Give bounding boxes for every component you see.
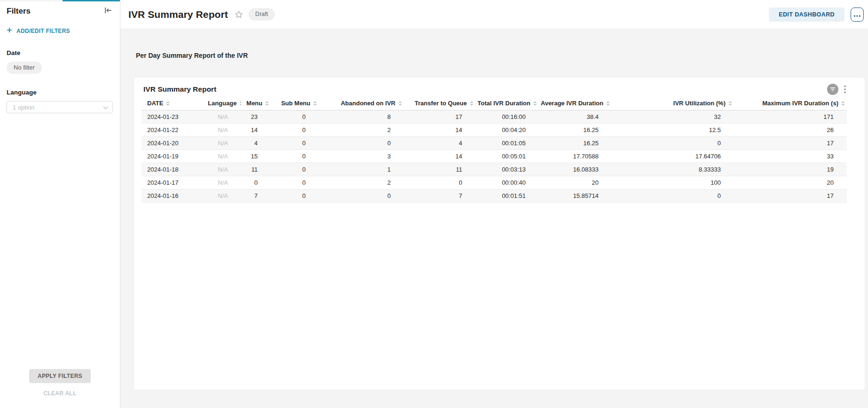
column-header-total-ivr-duration[interactable]: Total IVR Duration [475,99,539,110]
sort-icon [470,101,473,106]
column-label: Menu [246,100,262,107]
cell-transfer-to-queue: 4 [404,137,475,150]
cell-ivr-utilization: 17.64706 [612,150,734,163]
chart-card: IVR Summary Report [134,77,865,390]
table-row: 2024-01-16N/A700700:01:5115.85714017 [142,189,847,203]
column-header-average-ivr-duration[interactable]: Average IVR Duration [539,99,612,110]
cell-date: 2024-01-17 [142,176,206,189]
cell-total-ivr-duration: 00:01:05 [475,137,539,150]
cell-transfer-to-queue: 11 [404,163,475,176]
filter-label-language: Language [7,89,113,96]
cell-total-ivr-duration: 00:04:20 [475,124,539,137]
table-row: 2024-01-20N/A400400:01:0516.25017 [142,137,847,150]
cell-maximum-ivr-duration-s: 17 [734,189,847,203]
column-header-maximum-ivr-duration-s[interactable]: Maximum IVR Duration (s) [734,99,847,110]
table-row: 2024-01-18N/A11011100:03:1316.083338.333… [142,163,847,176]
cell-ivr-utilization: 100 [612,176,734,189]
clear-all-button[interactable]: CLEAR ALL [0,390,120,397]
sidebar-top-divider [0,0,120,1]
cell-date: 2024-01-18 [142,163,206,176]
dashboard-title: IVR Summary Report [128,9,228,20]
date-filter-value-pill[interactable]: No filter [7,62,42,74]
dashboard-more-button[interactable] [851,8,864,22]
cell-abandoned-on-ivr: 0 [319,189,404,203]
column-label: Total IVR Duration [478,100,530,107]
cell-menu: 11 [241,163,271,176]
cell-menu: 4 [241,137,271,150]
cell-average-ivr-duration: 17.70588 [539,150,612,163]
cell-sub-menu: 0 [271,176,319,189]
cell-sub-menu: 0 [271,163,319,176]
column-header-menu[interactable]: Menu [241,99,271,110]
cell-language: N/A [206,176,241,189]
sidebar-accent-line [63,0,120,1]
sort-icon [841,101,845,106]
cell-maximum-ivr-duration-s: 17 [734,137,847,150]
dashboard-content: Per Day Summary Report of the IVR IVR Su… [120,29,868,408]
cell-average-ivr-duration: 15.85714 [539,189,612,203]
cell-average-ivr-duration: 20 [539,176,612,189]
table-row: 2024-01-19N/A15031400:05:0117.7058817.64… [142,150,847,163]
cell-sub-menu: 0 [271,137,319,150]
filter-sidebar: Filters ADD/EDIT FILTERS Date No filter … [0,0,120,408]
cell-average-ivr-duration: 38.4 [539,110,612,124]
chart-title: IVR Summary Report [143,85,216,94]
column-header-sub-menu[interactable]: Sub Menu [271,99,319,110]
cell-menu: 0 [241,176,271,189]
cell-date: 2024-01-23 [142,110,206,124]
apply-filters-button[interactable]: APPLY FILTERS [29,369,91,383]
sort-icon [166,101,170,106]
sort-icon [265,101,269,106]
cell-date: 2024-01-20 [142,137,206,150]
cell-language: N/A [206,189,241,203]
cell-maximum-ivr-duration-s: 19 [734,163,847,176]
cell-total-ivr-duration: 00:03:13 [475,163,539,176]
dashboard-description: Per Day Summary Report of the IVR [136,52,865,59]
column-label: Language [208,100,237,107]
cell-transfer-to-queue: 14 [404,124,475,137]
cell-language: N/A [206,124,241,137]
cell-language: N/A [206,110,241,124]
sort-icon [533,101,537,106]
cell-transfer-to-queue: 7 [404,189,475,203]
cell-maximum-ivr-duration-s: 20 [734,176,847,189]
cell-abandoned-on-ivr: 1 [319,163,404,176]
cell-abandoned-on-ivr: 3 [319,150,404,163]
column-label: Maximum IVR Duration (s) [762,100,838,107]
cell-menu: 23 [241,110,271,124]
language-select[interactable]: 1 option [7,101,113,113]
column-header-abandoned-on-ivr[interactable]: Abandoned on IVR [319,99,404,110]
column-header-date[interactable]: DATE [142,99,206,110]
cell-abandoned-on-ivr: 2 [319,124,404,137]
cell-language: N/A [206,150,241,163]
cell-average-ivr-duration: 16.08333 [539,163,612,176]
chevron-down-icon [103,103,108,111]
cell-transfer-to-queue: 14 [404,150,475,163]
cell-sub-menu: 0 [271,189,319,203]
cell-transfer-to-queue: 17 [404,110,475,124]
column-header-ivr-utilization[interactable]: IVR Utilization (%) [612,99,734,110]
add-edit-filters-button[interactable]: ADD/EDIT FILTERS [0,27,120,34]
column-header-language[interactable]: Language [206,99,241,110]
edit-dashboard-button[interactable]: EDIT DASHBOARD [769,8,844,22]
cell-ivr-utilization: 32 [612,110,734,124]
chart-kebab-menu[interactable] [844,85,846,94]
table-row: 2024-01-23N/A23081700:16:0038.432171 [142,110,847,124]
column-label: DATE [147,100,163,107]
favorite-star-icon[interactable] [235,10,243,19]
filter-label-date: Date [7,49,113,56]
sort-icon [728,101,732,106]
plus-icon [7,27,12,34]
column-header-transfer-to-queue[interactable]: Transfer to Queue [404,99,475,110]
cell-transfer-to-queue: 0 [404,176,475,189]
column-label: Average IVR Duration [541,100,603,107]
cross-filter-icon[interactable] [827,84,838,95]
cell-maximum-ivr-duration-s: 26 [734,124,847,137]
ellipsis-icon [853,10,861,19]
cell-abandoned-on-ivr: 8 [319,110,404,124]
sort-icon [398,101,402,106]
cell-maximum-ivr-duration-s: 171 [734,110,847,124]
cell-ivr-utilization: 0 [612,137,734,150]
cell-language: N/A [206,163,241,176]
collapse-filters-button[interactable] [104,7,112,16]
